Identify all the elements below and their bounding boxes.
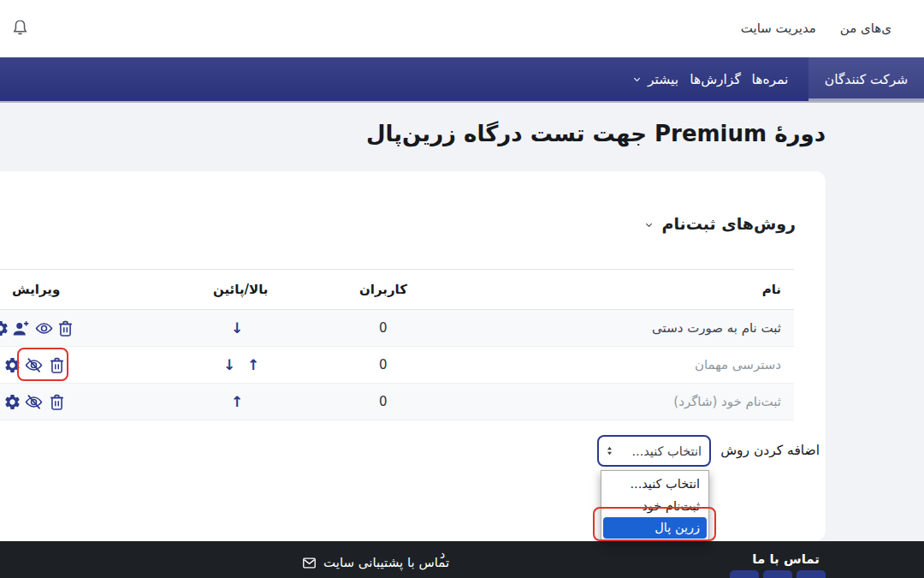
page-title: دورهٔ Premium جهت تست درگاه زرین‌پال — [366, 121, 826, 146]
nav-link-site-admin[interactable]: مدیریت سایت — [741, 21, 816, 36]
move-down-arrow[interactable]: ↓ — [231, 321, 243, 336]
enrol-users-icon[interactable] — [12, 319, 30, 337]
tab-reports-label: گزارش‌ها — [690, 72, 741, 87]
envelope-icon — [302, 556, 317, 570]
tab-more[interactable]: بیشتر — [618, 57, 692, 101]
move-down-arrow[interactable]: ↓ — [223, 358, 235, 372]
row-name-manual: ثبت نام به صورت دستی — [652, 320, 781, 336]
contact-support-link[interactable]: تماس با پشتیبانی سایت — [302, 555, 449, 570]
column-header-updown: بالا/پائین — [213, 282, 268, 297]
settings-gear-icon[interactable] — [3, 393, 21, 411]
settings-gear-icon[interactable] — [0, 319, 9, 337]
settings-gear-icon[interactable] — [3, 356, 21, 374]
contact-us-heading: تماس با ما — [752, 551, 820, 567]
section-title: روش‌های ثبت‌نام — [662, 214, 797, 233]
row-users-manual: 0 — [379, 320, 388, 336]
move-up-arrow[interactable]: ↑ — [231, 395, 243, 409]
row-users-self: 0 — [379, 394, 388, 409]
tab-more-label: بیشتر — [648, 72, 678, 87]
add-method-label: اضافه کردن روش — [720, 443, 820, 458]
eye-visible-icon[interactable] — [35, 319, 53, 337]
select-updown-icon — [603, 444, 616, 457]
social-button[interactable] — [730, 570, 759, 578]
row-name-guest: دسترسی مهمان — [695, 357, 781, 372]
primary-nav: ی‌های من مدیریت سایت — [741, 21, 891, 36]
nav-link-my-courses[interactable]: ی‌های من — [840, 21, 891, 36]
social-button[interactable] — [763, 570, 792, 578]
topbar: ی‌های من مدیریت سایت — [0, 0, 924, 57]
column-header-name: نام — [762, 282, 781, 297]
dropdown-option-zarinpal[interactable]: زرین پال — [603, 517, 707, 539]
lms-course-page: ی‌های من مدیریت سایت شرکت کنندگان نمره‌ه… — [0, 0, 924, 578]
footer: تماس با ما تماس با پشتیبانی سایت د — [0, 541, 924, 578]
tab-participants[interactable]: شرکت کنندگان — [808, 57, 924, 101]
delete-trash-icon[interactable] — [48, 393, 66, 411]
row-users-guest: 0 — [379, 357, 388, 372]
chevron-down-icon — [631, 74, 643, 85]
social-button[interactable] — [797, 570, 826, 578]
column-header-edit: ویرایش — [12, 282, 60, 297]
collapse-chevron-icon — [643, 219, 654, 230]
dropdown-option-choose[interactable]: انتخاب کنید... — [601, 473, 708, 495]
column-header-users: کاربران — [359, 282, 407, 297]
enrolment-methods-section-header[interactable]: روش‌های ثبت‌نام — [643, 214, 797, 233]
eye-slash-hidden-icon[interactable] — [25, 356, 43, 374]
row-name-self: ثبت‌نام خود (شاگرد) — [673, 394, 781, 409]
add-method-select[interactable]: انتخاب کنید... — [597, 435, 711, 467]
footer-partial-text: د — [440, 547, 445, 561]
delete-trash-icon[interactable] — [48, 356, 66, 374]
eye-slash-hidden-icon[interactable] — [25, 393, 43, 411]
tab-grades-label: نمره‌ها — [752, 72, 789, 87]
select-dropdown-popup: انتخاب کنید... ثبت‌نام خود زرین پال — [601, 470, 709, 541]
table-row-guest-access — [0, 347, 794, 384]
support-link-label: تماس با پشتیبانی سایت — [323, 555, 449, 570]
select-current-value: انتخاب کنید... — [631, 444, 702, 458]
move-up-arrow[interactable]: ↑ — [247, 358, 259, 372]
notifications-bell-icon[interactable] — [10, 18, 30, 38]
tab-participants-label: شرکت کنندگان — [825, 72, 908, 87]
course-navbar: شرکت کنندگان نمره‌ها گزارش‌ها بیشتر — [0, 57, 924, 103]
dropdown-option-self-enrolment[interactable]: ثبت‌نام خود — [601, 495, 708, 517]
delete-trash-icon[interactable] — [56, 319, 74, 337]
